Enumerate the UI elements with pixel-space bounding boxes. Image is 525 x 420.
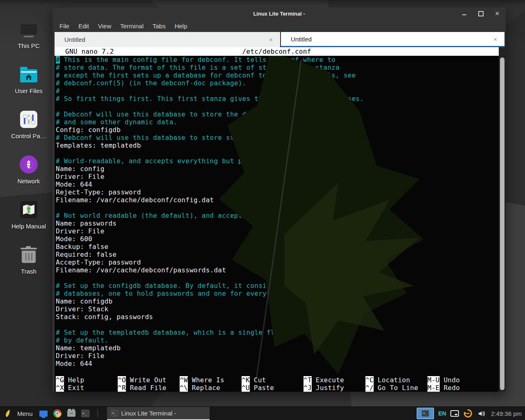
- clock[interactable]: 2:49:36 pm: [491, 410, 522, 417]
- editor-line: #: [55, 87, 499, 95]
- tray-terminal-window-icon[interactable]: >_: [417, 408, 434, 419]
- task-button-terminal[interactable]: >_ Linux Lite Terminal -: [107, 407, 210, 420]
- file-manager-icon[interactable]: [66, 409, 76, 418]
- menu-help[interactable]: Help: [170, 21, 192, 31]
- shortcut-go-to-line[interactable]: ^/Go To Line: [365, 384, 427, 392]
- tab-bar: Untitled × Untitled ×: [52, 32, 506, 47]
- menu-edit[interactable]: Edit: [74, 21, 94, 31]
- chrome-icon[interactable]: [52, 409, 62, 418]
- shortcut-justify[interactable]: ^JJustify: [304, 384, 365, 392]
- window-title: Linux Lite Terminal -: [253, 11, 305, 17]
- editor-line: Name: templatedb: [55, 344, 499, 352]
- shortcut-column: ^GHelp ^XExit: [56, 376, 118, 392]
- shortcut-redo[interactable]: M-ERedo: [427, 384, 460, 392]
- desktop-icon-trash[interactable]: Trash: [7, 235, 51, 275]
- shortcut-location[interactable]: ^CLocation: [365, 376, 427, 384]
- shortcut-paste[interactable]: ^UPaste: [242, 384, 304, 392]
- shortcut-exit[interactable]: ^XExit: [56, 384, 118, 392]
- editor-line: Name: configdb: [55, 297, 499, 305]
- editor-line: # Debconf will use this database to stor…: [55, 110, 499, 118]
- editor-line: # Debconf will use this database to stor…: [55, 134, 499, 142]
- editor-line: # This is the main config file for debco…: [55, 56, 499, 64]
- menu-tabs[interactable]: Tabs: [148, 21, 170, 31]
- show-desktop-icon[interactable]: [39, 409, 48, 418]
- computer-icon: [19, 19, 39, 39]
- editor-line: Filename: /var/cache/debconf/passwords.d…: [55, 266, 499, 274]
- desktop-icon-column: This PC User Files Control Pa…: [7, 10, 51, 281]
- tab-close-icon[interactable]: ×: [269, 36, 273, 43]
- nano-shortcut-bar: ^GHelp ^XExit ^OWrite Out ^RRead File ^W…: [55, 376, 499, 392]
- editor-line: Templates: templatedb: [55, 142, 499, 149]
- editor-line: # Set up the configdb database. By defau…: [55, 282, 499, 290]
- menu-terminal[interactable]: Terminal: [116, 21, 148, 31]
- editor-line: Name: config: [55, 165, 499, 173]
- editor-line: Reject-Type: password: [55, 188, 499, 196]
- desktop-icon-help-manual[interactable]: Help Manual: [7, 190, 51, 230]
- tab-untitled-1[interactable]: Untitled ×: [55, 32, 280, 47]
- sliders-icon: [19, 110, 39, 129]
- shortcut-column: ^KCut ^UPaste: [242, 376, 304, 392]
- editor-line: # debconf.conf(5) (in the debconf-doc pa…: [55, 79, 499, 87]
- menu-view[interactable]: View: [94, 21, 116, 31]
- nano-titlebar: GNU nano 7.2 /etc/debconf.conf: [55, 47, 499, 56]
- editor-line: # Set up the templatedb database, which …: [55, 329, 499, 336]
- editor-line: Accept-Type: password: [55, 258, 499, 266]
- editor-line: # Not world readable (the default), and …: [55, 212, 499, 219]
- editor-line: [55, 321, 499, 329]
- desktop-icon-label: This PC: [18, 42, 39, 49]
- tab-close-icon[interactable]: ×: [493, 36, 497, 43]
- desktop-icon-label: Trash: [21, 268, 37, 275]
- keyboard-layout-indicator[interactable]: EN: [438, 410, 446, 417]
- tab-untitled-2[interactable]: Untitled ×: [281, 32, 504, 47]
- desktop-icon-label: Help Manual: [11, 223, 46, 230]
- desktop-icon-user-files[interactable]: User Files: [7, 55, 51, 94]
- menubar: File Edit View Terminal Tabs Help: [52, 20, 506, 32]
- trash-icon: [19, 245, 39, 265]
- editor-line: Mode: 644: [55, 360, 499, 368]
- terminal-area: GNU nano 7.2 /etc/debconf.conf # This is…: [55, 47, 506, 392]
- terminal-screen[interactable]: GNU nano 7.2 /etc/debconf.conf # This is…: [55, 47, 499, 392]
- shortcut-write-out[interactable]: ^OWrite Out: [118, 376, 180, 384]
- close-button[interactable]: ✕: [494, 11, 500, 16]
- desktop-icon-label: Network: [17, 178, 40, 185]
- editor-line: Driver: File: [55, 173, 499, 180]
- desktop-icon-control-panel[interactable]: Control Pa…: [7, 100, 51, 139]
- display-settings-icon[interactable]: [450, 410, 459, 417]
- editor-line: Mode: 644: [55, 180, 499, 188]
- scrollbar[interactable]: [499, 47, 506, 392]
- desktop-icon-this-pc[interactable]: This PC: [7, 10, 51, 49]
- titlebar[interactable]: Linux Lite Terminal - ✕: [52, 7, 506, 20]
- maximize-button[interactable]: [478, 11, 484, 16]
- shortcut-column: ^CLocation ^/Go To Line: [365, 376, 427, 392]
- editor-line: [55, 149, 499, 157]
- shortcut-cut[interactable]: ^KCut: [242, 376, 304, 384]
- update-manager-icon[interactable]: [463, 409, 473, 418]
- shortcut-help[interactable]: ^GHelp: [56, 376, 118, 384]
- editor-line: # by default.: [55, 336, 499, 344]
- editor-line: # and some other dynamic data.: [55, 118, 499, 126]
- editor-line: Driver: File: [55, 227, 499, 235]
- shortcut-execute[interactable]: ^TExecute: [304, 376, 365, 384]
- shortcut-read-file[interactable]: ^RRead File: [118, 384, 180, 392]
- shortcut-where-is[interactable]: ^WWhere Is: [180, 376, 242, 384]
- volume-icon[interactable]: [477, 409, 487, 418]
- minimize-button[interactable]: [461, 11, 467, 16]
- shortcut-undo[interactable]: M-UUndo: [427, 376, 460, 384]
- desktop-icon-label: User Files: [15, 87, 43, 94]
- editor-line: [55, 204, 499, 212]
- shortcut-replace[interactable]: ^\Replace: [180, 384, 242, 392]
- editor-line: Filename: /var/cache/debconf/config.dat: [55, 196, 499, 204]
- linux-lite-logo-icon[interactable]: [3, 409, 13, 418]
- editor-line: Driver: File: [55, 352, 499, 360]
- terminal-launcher-icon[interactable]: >_: [80, 409, 90, 418]
- menu-button[interactable]: Menu: [17, 410, 33, 417]
- text-cursor: #: [56, 56, 60, 64]
- editor-line: # except the first sets up a database fo…: [55, 71, 499, 79]
- desktop-icon-network[interactable]: Network: [7, 145, 51, 185]
- menu-file[interactable]: File: [55, 21, 74, 31]
- editor-line: [55, 103, 499, 110]
- taskbar: Menu >_ ⋮⋮ >_ Linux Lite Terminal - >_ E…: [0, 406, 525, 420]
- scrollbar-thumb[interactable]: [500, 57, 504, 390]
- manual-map-icon: [19, 200, 39, 219]
- editor-line: Mode: 600: [55, 235, 499, 243]
